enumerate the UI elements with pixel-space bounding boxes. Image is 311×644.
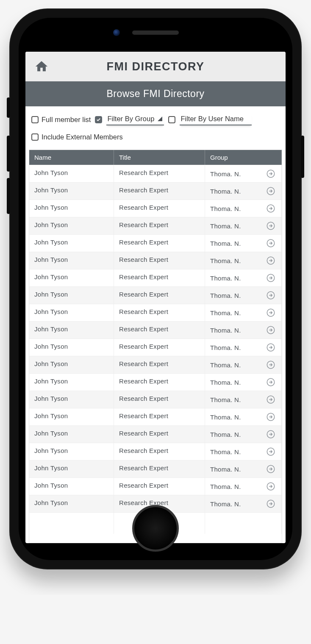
row-arrow-icon[interactable] xyxy=(266,291,275,300)
column-header-group[interactable]: Group xyxy=(205,150,282,165)
home-icon[interactable] xyxy=(34,59,49,74)
cell-group: Thoma. N. xyxy=(205,339,282,356)
row-arrow-icon[interactable] xyxy=(266,412,275,422)
include-external-label: Include External Members xyxy=(42,133,123,141)
cell-name: John Tyson xyxy=(29,391,114,408)
cell-title: Research Expert xyxy=(114,443,205,460)
cell-title: Research Expert xyxy=(114,304,205,321)
row-arrow-icon[interactable] xyxy=(266,204,275,213)
table-row[interactable]: John TysonResearch ExpertThoma. N. xyxy=(29,339,282,356)
filter-by-username-label: Filter By User Name xyxy=(180,115,244,122)
row-arrow-icon[interactable] xyxy=(266,273,275,283)
filter-by-group-checkbox[interactable] xyxy=(95,116,102,123)
cell-group: Thoma. N. xyxy=(205,165,282,182)
cell-group-text: Thoma. N. xyxy=(210,222,241,230)
table-row[interactable]: John TysonResearch ExpertThoma. N. xyxy=(29,391,282,408)
row-arrow-icon[interactable] xyxy=(266,169,275,178)
cell-name: John Tyson xyxy=(29,235,114,252)
table-row[interactable]: John TysonResearch ExpertThoma. N. xyxy=(29,373,282,391)
row-arrow-icon[interactable] xyxy=(266,343,275,352)
filter-by-group-dropdown[interactable]: Filter By Group xyxy=(106,114,164,125)
cell-title: Research Expert xyxy=(114,287,205,304)
subheader-title: Browse FMI Directory xyxy=(106,88,204,99)
table-row[interactable]: John TysonResearch ExpertThoma. N. xyxy=(29,234,282,252)
full-member-list-checkbox[interactable]: Full member list xyxy=(31,116,91,124)
cell-name: John Tyson xyxy=(29,339,114,356)
table-row[interactable]: John TysonResearch ExpertThoma. N. xyxy=(29,477,282,495)
row-arrow-icon[interactable] xyxy=(266,447,275,456)
filter-by-username-input[interactable]: Filter By User Name xyxy=(180,114,252,125)
table-row[interactable]: John TysonResearch ExpertThoma. N. xyxy=(29,200,282,217)
row-arrow-icon[interactable] xyxy=(266,499,275,508)
include-external-checkbox[interactable]: Include External Members xyxy=(31,133,123,141)
row-arrow-icon[interactable] xyxy=(266,464,275,474)
cell-group-text: Thoma. N. xyxy=(210,431,241,438)
table-row[interactable]: John TysonResearch ExpertThoma. N. xyxy=(29,182,282,200)
table-row[interactable]: John TysonResearch ExpertThoma. N. xyxy=(29,286,282,304)
cell-group-text: Thoma. N. xyxy=(210,466,241,473)
table-row[interactable]: John TysonResearch ExpertThoma. N. xyxy=(29,321,282,339)
cell-name: John Tyson xyxy=(29,217,114,234)
table-row[interactable]: John TysonResearch ExpertThoma. N. xyxy=(29,269,282,286)
table-row[interactable]: John TysonResearch ExpertThoma. N. xyxy=(29,425,282,443)
row-arrow-icon[interactable] xyxy=(266,186,275,196)
table-row[interactable]: John TysonResearch ExpertThoma. N. xyxy=(29,460,282,477)
cell-title: Research Expert xyxy=(114,217,205,234)
row-arrow-icon[interactable] xyxy=(266,482,275,491)
row-arrow-icon[interactable] xyxy=(266,360,275,369)
cell-group-text: Thoma. N. xyxy=(210,188,241,195)
cell-group: Thoma. N. xyxy=(205,252,282,269)
table-row[interactable]: John TysonResearch ExpertThoma. N. xyxy=(29,443,282,460)
row-arrow-icon[interactable] xyxy=(266,239,275,248)
cell-group: Thoma. N. xyxy=(205,461,282,477)
row-arrow-icon[interactable] xyxy=(266,430,275,439)
phone-side-button xyxy=(7,97,10,118)
cell-group: Thoma. N. xyxy=(205,374,282,391)
phone-speaker xyxy=(132,31,179,35)
cell-name: John Tyson xyxy=(29,200,114,217)
cell-title: Research Expert xyxy=(114,356,205,373)
cell-group: Thoma. N. xyxy=(205,408,282,425)
table-row[interactable]: John TysonResearch ExpertThoma. N. xyxy=(29,217,282,234)
cell-name: John Tyson xyxy=(29,304,114,321)
cell-group-text: Thoma. N. xyxy=(210,257,241,264)
cell-title: Research Expert xyxy=(114,252,205,269)
phone-side-button xyxy=(7,136,10,172)
table-row[interactable]: John TysonResearch ExpertThoma. N. xyxy=(29,408,282,425)
cell-title: Research Expert xyxy=(114,426,205,443)
cell-group: Thoma. N. xyxy=(205,478,282,495)
row-arrow-icon[interactable] xyxy=(266,308,275,317)
filter-by-username-checkbox[interactable] xyxy=(168,116,175,123)
dropdown-triangle-icon xyxy=(158,117,162,121)
cell-name: John Tyson xyxy=(29,374,114,391)
column-header-title[interactable]: Title xyxy=(114,150,205,165)
table-row[interactable]: John TysonResearch ExpertThoma. N. xyxy=(29,356,282,373)
cell-group: Thoma. N. xyxy=(205,304,282,321)
table-body: John TysonResearch ExpertThoma. N.John T… xyxy=(29,165,282,543)
cell-group-text: Thoma. N. xyxy=(210,205,241,212)
cell-group: Thoma. N. xyxy=(205,287,282,304)
row-arrow-icon[interactable] xyxy=(266,256,275,265)
cell-title: Research Expert xyxy=(114,165,205,182)
subheader-bar: Browse FMI Directory xyxy=(25,81,286,106)
cell-name: John Tyson xyxy=(29,165,114,182)
table-row[interactable]: John TysonResearch ExpertThoma. N. xyxy=(29,304,282,321)
row-arrow-icon[interactable] xyxy=(266,325,275,335)
cell-title: Research Expert xyxy=(114,478,205,495)
phone-side-button xyxy=(301,136,304,178)
row-arrow-icon[interactable] xyxy=(266,378,275,387)
cell-group-text: Thoma. N. xyxy=(210,414,241,421)
cell-name: John Tyson xyxy=(29,269,114,286)
cell-group: Thoma. N. xyxy=(205,495,282,512)
row-arrow-icon[interactable] xyxy=(266,395,275,404)
row-arrow-icon[interactable] xyxy=(266,221,275,230)
cell-group-text: Thoma. N. xyxy=(210,448,241,455)
directory-table: Name Title Group John TysonResearch Expe… xyxy=(29,150,282,543)
cell-group-text: Thoma. N. xyxy=(210,327,241,334)
phone-side-button xyxy=(7,178,10,214)
table-row[interactable]: John TysonResearch ExpertThoma. N. xyxy=(29,165,282,182)
cell-title: Research Expert xyxy=(114,269,205,286)
phone-home-button[interactable] xyxy=(132,505,179,552)
table-row[interactable]: John TysonResearch ExpertThoma. N. xyxy=(29,252,282,269)
column-header-name[interactable]: Name xyxy=(29,150,114,165)
